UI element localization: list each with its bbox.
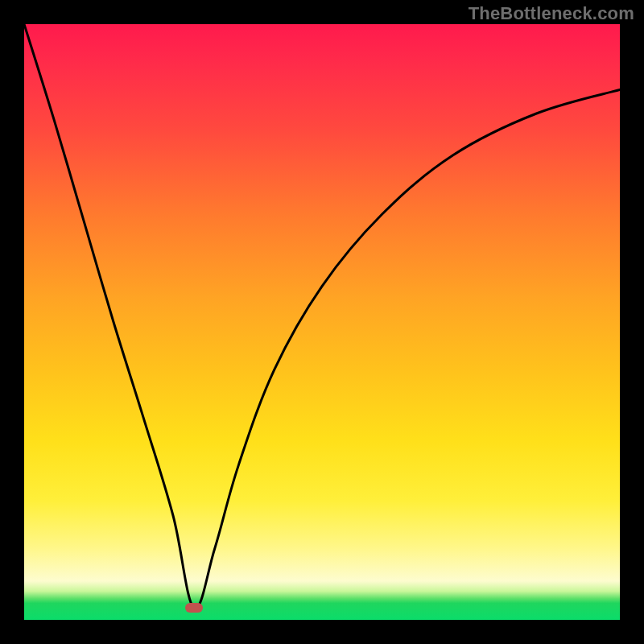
watermark-text: TheBottleneck.com <box>469 3 634 24</box>
curve-path <box>24 24 620 609</box>
dip-marker <box>185 603 203 613</box>
chart-frame: TheBottleneck.com <box>0 0 644 644</box>
bottleneck-curve <box>24 24 620 620</box>
plot-area <box>24 24 620 620</box>
